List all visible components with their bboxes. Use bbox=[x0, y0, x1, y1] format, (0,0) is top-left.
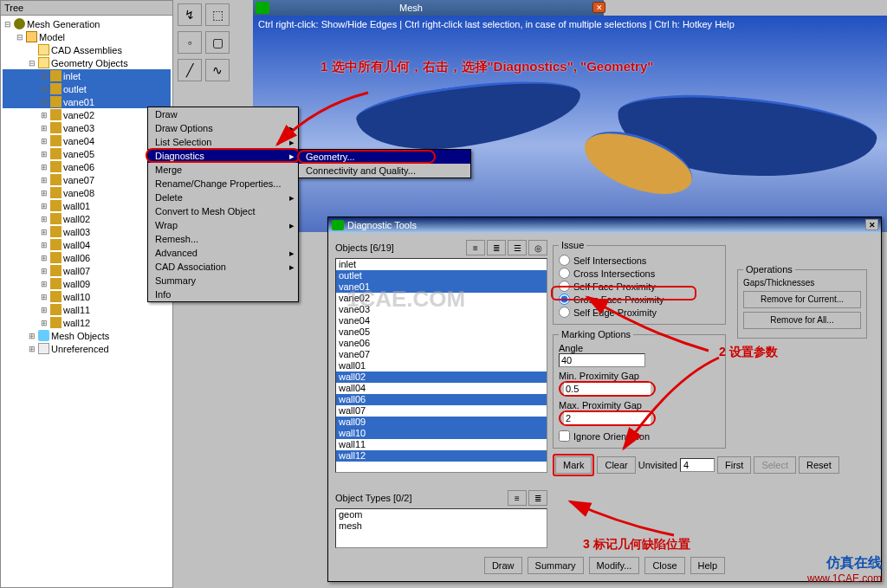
list-btn-d[interactable]: ◎ bbox=[528, 240, 547, 255]
list-item[interactable]: wall11 bbox=[336, 439, 547, 450]
ignore-orientation-check[interactable]: Ignore Orientation bbox=[559, 430, 720, 443]
dialog-close-button[interactable]: ✕ bbox=[865, 219, 878, 230]
types-btn-a[interactable]: ≡ bbox=[508, 490, 527, 506]
ctx-advanced[interactable]: Advanced▸ bbox=[148, 246, 298, 260]
types-btn-b[interactable]: ≣ bbox=[528, 490, 547, 506]
ctx-delete[interactable]: Delete▸ bbox=[148, 191, 298, 204]
tree-item-wall09[interactable]: ⊞wall09 bbox=[3, 277, 171, 290]
ctx-cad-association[interactable]: CAD Association▸ bbox=[148, 260, 298, 274]
tool-edge[interactable]: ⬚ bbox=[205, 3, 230, 26]
ctx-remesh-[interactable]: Remesh... bbox=[148, 232, 298, 246]
tree-item-vane02[interactable]: ⊞vane02 bbox=[3, 108, 171, 121]
objtypes-listbox[interactable]: geommesh bbox=[335, 508, 547, 548]
tree-item-outlet[interactable]: ⊞outlet bbox=[3, 82, 171, 95]
list-item[interactable]: wall01 bbox=[336, 360, 547, 372]
first-button[interactable]: First bbox=[717, 456, 751, 474]
remove-current-button[interactable]: Remove for Current... bbox=[743, 291, 861, 308]
list-item[interactable]: inlet bbox=[336, 259, 547, 270]
objects-listbox[interactable]: inletoutletvane01vane02vane03vane04vane0… bbox=[335, 258, 547, 473]
tree-item-wall03[interactable]: ⊞wall03 bbox=[3, 225, 171, 238]
issue-radio-0[interactable]: Self Intersections bbox=[559, 254, 720, 267]
tree-item-vane01[interactable]: ⊞vane01 bbox=[3, 95, 171, 108]
list-item[interactable]: vane03 bbox=[336, 304, 547, 315]
list-item[interactable]: geom bbox=[336, 509, 547, 520]
list-item[interactable]: wall02 bbox=[336, 372, 547, 383]
tree-root[interactable]: ⊟Mesh Generation bbox=[3, 17, 171, 30]
list-item[interactable]: vane07 bbox=[336, 349, 547, 360]
list-item[interactable]: wall09 bbox=[336, 417, 547, 428]
list-item[interactable]: outlet bbox=[336, 270, 547, 281]
tree-item-vane04[interactable]: ⊞vane04 bbox=[3, 134, 171, 147]
summary-button[interactable]: Summary bbox=[528, 557, 584, 574]
viewport-3d[interactable]: Ctrl right-click: Show/Hide Edges | Ctrl… bbox=[253, 16, 887, 232]
tool-line[interactable]: ╱ bbox=[178, 59, 202, 81]
ctx-list-selection[interactable]: List Selection▸ bbox=[148, 135, 298, 149]
tool-axes[interactable]: ↯ bbox=[178, 3, 202, 26]
tree-meshobj[interactable]: ⊞Mesh Objects bbox=[3, 329, 171, 342]
select-button[interactable]: Select bbox=[754, 456, 796, 474]
list-item[interactable]: wall12 bbox=[336, 450, 547, 462]
tree-item-wall02[interactable]: ⊞wall02 bbox=[3, 212, 171, 225]
ctx-draw-options[interactable]: Draw Options▸ bbox=[148, 121, 298, 135]
unvisited-value[interactable]: 4 bbox=[680, 458, 715, 472]
list-item[interactable]: wall04 bbox=[336, 383, 547, 394]
ctx-draw[interactable]: Draw bbox=[148, 107, 298, 121]
ctx-merge[interactable]: Merge bbox=[148, 163, 298, 177]
list-btn-b[interactable]: ≣ bbox=[487, 240, 506, 255]
list-item[interactable]: mesh bbox=[336, 520, 547, 532]
list-btn-c[interactable]: ☰ bbox=[508, 240, 527, 255]
issue-radio-1[interactable]: Cross Intersections bbox=[559, 267, 720, 280]
reset-button[interactable]: Reset bbox=[799, 456, 839, 474]
list-item[interactable]: vane06 bbox=[336, 338, 547, 349]
tool-point[interactable]: ◦ bbox=[178, 31, 202, 54]
tree-item-vane08[interactable]: ⊞vane08 bbox=[3, 186, 171, 199]
tree-item-vane06[interactable]: ⊞vane06 bbox=[3, 160, 171, 173]
ctx-sub-connectivity-and-quality-[interactable]: Connectivity and Quality... bbox=[299, 164, 470, 178]
ctx-info[interactable]: Info bbox=[148, 288, 298, 301]
draw-button[interactable]: Draw bbox=[484, 557, 522, 574]
list-item[interactable]: vane05 bbox=[336, 326, 547, 338]
tree-item-wall12[interactable]: ⊞wall12 bbox=[3, 316, 171, 329]
tree-item-vane05[interactable]: ⊞vane05 bbox=[3, 147, 171, 160]
remove-all-button[interactable]: Remove for All... bbox=[743, 312, 861, 329]
issue-radio-2[interactable]: Self Face Proximity bbox=[559, 280, 720, 293]
ctx-convert-to-mesh-object[interactable]: Convert to Mesh Object bbox=[148, 204, 298, 218]
tree-item-wall10[interactable]: ⊞wall10 bbox=[3, 290, 171, 303]
tree-item-inlet[interactable]: ⊞inlet bbox=[3, 69, 171, 82]
list-item[interactable]: vane01 bbox=[336, 281, 547, 293]
ctx-summary[interactable]: Summary bbox=[148, 274, 298, 288]
clear-button[interactable]: Clear bbox=[597, 456, 635, 474]
tree-cad[interactable]: CAD Assemblies bbox=[3, 43, 171, 56]
ctx-sub-geometry-[interactable]: Geometry... bbox=[299, 150, 470, 164]
tree-unref[interactable]: ⊞Unreferenced bbox=[3, 342, 171, 355]
ctx-wrap[interactable]: Wrap▸ bbox=[148, 218, 298, 232]
mesh-close-button[interactable]: ✕ bbox=[592, 2, 605, 13]
list-btn-a[interactable]: ≡ bbox=[466, 240, 485, 255]
angle-input[interactable] bbox=[559, 353, 645, 367]
ctx-diagnostics[interactable]: Diagnostics▸ bbox=[148, 149, 298, 163]
min-gap-input[interactable] bbox=[564, 383, 651, 395]
tree-model[interactable]: ⊟Model bbox=[3, 30, 171, 43]
list-item[interactable]: wall10 bbox=[336, 428, 547, 439]
tree-item-wall06[interactable]: ⊞wall06 bbox=[3, 251, 171, 264]
tree-item-wall11[interactable]: ⊞wall11 bbox=[3, 303, 171, 316]
issue-radio-3[interactable]: Cross Face Proximity bbox=[559, 293, 720, 306]
list-item[interactable]: wall07 bbox=[336, 405, 547, 417]
close-button[interactable]: Close bbox=[644, 557, 684, 574]
ctx-rename-change-properties-[interactable]: Rename/Change Properties... bbox=[148, 177, 298, 191]
tree-geom[interactable]: ⊟Geometry Objects bbox=[3, 56, 171, 69]
list-item[interactable]: wall06 bbox=[336, 394, 547, 405]
tree-item-wall07[interactable]: ⊞wall07 bbox=[3, 264, 171, 277]
list-item[interactable]: vane02 bbox=[336, 293, 547, 304]
tool-box[interactable]: ▢ bbox=[205, 31, 230, 54]
max-gap-input[interactable] bbox=[564, 412, 651, 424]
tree-item-vane07[interactable]: ⊞vane07 bbox=[3, 173, 171, 186]
help-button[interactable]: Help bbox=[690, 557, 726, 574]
tree-item-vane03[interactable]: ⊞vane03 bbox=[3, 121, 171, 134]
tree-item-wall04[interactable]: ⊞wall04 bbox=[3, 238, 171, 251]
mark-button[interactable]: Mark bbox=[555, 456, 592, 474]
issue-radio-4[interactable]: Self Edge Proximity bbox=[559, 306, 720, 319]
tool-curve[interactable]: ∿ bbox=[205, 59, 230, 81]
list-item[interactable]: vane04 bbox=[336, 315, 547, 326]
modify--button[interactable]: Modify... bbox=[589, 557, 640, 574]
